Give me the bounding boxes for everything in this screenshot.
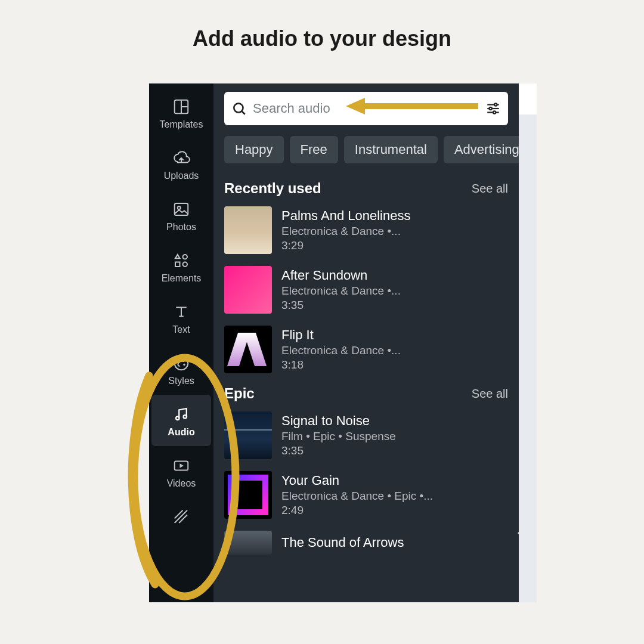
track-duration: 3:35 [281,299,401,312]
track-duration: 2:49 [281,504,433,517]
track-title: Your Gain [281,473,433,488]
elements-icon [172,252,190,270]
nav-item-uploads[interactable]: Uploads [149,138,213,190]
track-meta: Electronica & Dance •... [281,225,410,238]
track-duration: 3:29 [281,239,410,252]
templates-icon [172,98,190,116]
uploads-icon [172,149,190,167]
hatch-icon [172,508,190,526]
svg-rect-3 [175,203,188,215]
nav-label: Text [172,324,190,335]
track-duration: 3:35 [281,444,396,457]
track-title: The Sound of Arrows [281,535,404,550]
nav-label: Elements [162,273,202,284]
editor-left-panel: Templates Uploads Photos Elements Text [149,83,519,602]
svg-point-18 [234,103,243,112]
svg-point-7 [183,262,188,267]
nav-label: Audio [168,427,194,438]
track-thumbnail [224,326,272,373]
nav-item-photos[interactable]: Photos [149,190,213,241]
track-row[interactable]: After Sundown Electronica & Dance •... 3… [224,266,508,314]
search-bar[interactable] [224,92,508,125]
track-thumbnail [224,411,272,459]
nav-item-audio[interactable]: Audio [151,395,211,446]
nav-label: Templates [160,119,203,130]
section-header-recently-used: Recently used See all [224,180,508,197]
track-thumbnail [224,471,272,519]
section-title: Recently used [224,180,321,197]
svg-point-11 [183,364,185,366]
track-title: After Sundown [281,268,401,283]
svg-point-21 [494,103,497,106]
styles-icon [172,354,190,372]
nav-label: Photos [166,222,196,233]
nav-item-text[interactable]: Text [149,292,213,343]
track-meta: Electronica & Dance • Epic •... [281,490,433,503]
see-all-link[interactable]: See all [472,182,508,196]
chip-free[interactable]: Free [290,136,338,163]
search-input[interactable] [253,101,479,116]
audio-panel: Happy Free Instrumental Advertising Rece… [213,83,519,602]
section-header-epic: Epic See all [224,385,508,402]
nav-item-videos[interactable]: Videos [149,446,213,497]
track-meta: Electronica & Dance •... [281,344,401,357]
nav-label: Uploads [164,171,199,181]
svg-point-9 [178,360,181,363]
track-row[interactable]: The Sound of Arrows [224,531,508,555]
track-thumbnail [224,266,272,314]
track-title: Signal to Noise [281,413,396,429]
nav-item-styles[interactable]: Styles [149,343,213,395]
svg-point-5 [183,255,188,259]
svg-point-12 [176,417,179,420]
svg-line-16 [175,510,183,519]
track-title: Palms And Loneliness [281,208,410,224]
page-title: Add audio to your design [0,0,644,51]
chevron-left-icon [516,530,519,537]
nav-label: Styles [168,376,194,386]
chip-instrumental[interactable]: Instrumental [344,136,438,163]
svg-point-10 [182,360,185,363]
track-row[interactable]: Palms And Loneliness Electronica & Dance… [224,206,508,254]
svg-point-23 [490,107,492,110]
track-thumbnail [224,206,272,254]
track-meta: Electronica & Dance •... [281,284,401,298]
track-title: Flip It [281,327,401,343]
track-row[interactable]: Flip It Electronica & Dance •... 3:18 [224,326,508,373]
track-thumbnail [224,531,272,555]
track-row[interactable]: Your Gain Electronica & Dance • Epic •..… [224,471,508,519]
nav-item-templates[interactable]: Templates [149,87,213,138]
canvas-toolbar-strip [519,83,537,114]
svg-point-13 [184,415,187,419]
svg-point-4 [178,206,181,209]
nav-rail: Templates Uploads Photos Elements Text [149,83,213,602]
text-icon [172,303,190,321]
nav-item-elements[interactable]: Elements [149,241,213,292]
videos-icon [172,457,190,475]
audio-icon [172,405,190,423]
search-icon [231,101,247,116]
nav-item-more[interactable] [149,497,213,526]
section-title: Epic [224,385,255,402]
track-meta: Film • Epic • Suspense [281,430,396,443]
canvas-area [519,83,537,602]
filter-icon[interactable] [485,101,501,116]
chip-happy[interactable]: Happy [224,136,284,163]
svg-line-19 [242,111,244,114]
track-duration: 3:18 [281,358,401,371]
svg-rect-6 [175,262,180,267]
svg-point-25 [493,111,496,113]
chip-advertising[interactable]: Advertising [444,136,519,163]
filter-chip-row: Happy Free Instrumental Advertising [224,136,508,163]
svg-point-8 [175,357,188,370]
svg-line-17 [179,515,187,523]
track-row[interactable]: Signal to Noise Film • Epic • Suspense 3… [224,411,508,459]
panel-collapse-handle[interactable] [512,507,519,559]
nav-label: Videos [167,478,196,489]
see-all-link[interactable]: See all [472,387,508,401]
photos-icon [172,200,190,218]
